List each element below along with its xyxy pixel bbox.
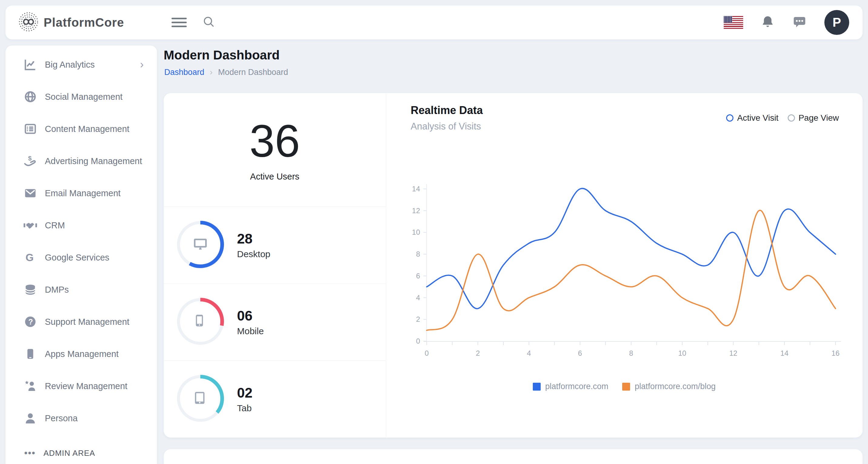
device-stat-tab: 02 Tab: [164, 360, 386, 438]
svg-text:6: 6: [578, 349, 582, 357]
chart-legend: platformcore.com platformcore.com/blog: [386, 382, 863, 391]
sidebar-item-label: Advertising Management: [45, 156, 142, 166]
legend-platformcore-com-blog[interactable]: platformcore.com/blog: [622, 382, 716, 391]
database-icon: [23, 282, 38, 297]
breadcrumb-dashboard-link[interactable]: Dashboard: [164, 68, 204, 77]
desktop-icon: [194, 239, 207, 250]
svg-text:G: G: [26, 252, 34, 263]
sidebar-item-email-management[interactable]: Email Management ›: [5, 177, 157, 209]
sidebar-item-dmps[interactable]: DMPs ›: [5, 273, 157, 306]
sidebar-item-apps-management[interactable]: Apps Management ›: [5, 338, 157, 370]
device-stat-mobile: 06 Mobile: [164, 284, 386, 360]
svg-text:0: 0: [416, 337, 420, 345]
breadcrumb: Dashboard › Modern Dashboard: [164, 67, 288, 77]
svg-text:14: 14: [412, 185, 420, 193]
sidebar-item-google-services[interactable]: G Google Services ›: [5, 241, 157, 273]
sidebar-item-label: CRM: [45, 221, 65, 231]
sidebar-item-big-analytics[interactable]: Big Analytics ›: [5, 49, 157, 81]
legend-swatch-icon: [622, 383, 630, 390]
dashboard-card: 36 Active Users 28 Desktop 06 Mobile: [164, 93, 863, 438]
radio-page-view[interactable]: Page View: [788, 113, 839, 123]
sidebar-item-label: Apps Management: [45, 349, 119, 359]
svg-text:6: 6: [416, 272, 420, 280]
apps-icon: [23, 347, 38, 361]
line-series-platformcore-com: [427, 188, 836, 309]
device-label: Mobile: [237, 326, 264, 336]
sidebar-item-label: Google Services: [45, 253, 110, 263]
svg-text:2: 2: [476, 349, 480, 357]
device-stat-desktop: 28 Desktop: [164, 206, 386, 284]
email-icon: [23, 186, 38, 200]
page-title: Modern Dashboard: [164, 48, 280, 62]
sidebar-item-advertising-management[interactable]: $ Advertising Management ›: [5, 145, 157, 177]
tablet-icon: [195, 392, 204, 404]
sidebar-item-review-management[interactable]: Review Management ›: [5, 370, 157, 402]
active-users-stat: 36 Active Users: [164, 93, 386, 206]
content-icon: [23, 122, 38, 136]
sidebar-item-label: Review Management: [45, 381, 127, 391]
svg-text:2: 2: [416, 315, 420, 323]
chevron-right-icon: ›: [140, 59, 144, 70]
review-icon: [23, 379, 38, 393]
radio-active-visit[interactable]: Active Visit: [726, 113, 778, 123]
us-flag-icon[interactable]: [724, 16, 743, 29]
sidebar-item-label: Content Management: [45, 124, 129, 134]
radio-label: Page View: [799, 113, 839, 123]
legend-platformcore-com[interactable]: platformcore.com: [533, 382, 609, 391]
sidebar-item-label: Social Management: [45, 92, 122, 102]
analytics-icon: [23, 57, 38, 72]
app-root: PlatformCore: [0, 0, 868, 464]
svg-text:10: 10: [412, 228, 420, 236]
sidebar-item-crm[interactable]: CRM ›: [5, 209, 157, 241]
sidebar-item-content-management[interactable]: Content Management ›: [5, 113, 157, 145]
top-right-actions: P: [724, 5, 849, 39]
device-value: 06: [237, 308, 264, 324]
ellipsis-icon: •••: [24, 451, 36, 455]
radio-circle-icon: [788, 114, 795, 122]
support-icon: ?: [23, 315, 38, 329]
breadcrumb-current: Modern Dashboard: [218, 68, 288, 77]
sidebar-section-admin-area: ••• ADMIN AREA: [5, 445, 157, 461]
legend-label: platformcore.com/blog: [634, 382, 716, 391]
logo[interactable]: PlatformCore: [18, 11, 124, 34]
sidebar-item-support-management[interactable]: ? Support Management ›: [5, 306, 157, 338]
radio-circle-icon: [726, 114, 734, 122]
radio-label: Active Visit: [737, 113, 778, 123]
bell-icon[interactable]: [761, 15, 775, 30]
handshake-icon: [23, 218, 38, 233]
device-value: 02: [237, 385, 252, 401]
search-icon[interactable]: [202, 15, 216, 30]
chart-subtitle: Analysis of Visits: [411, 121, 481, 132]
active-users-label: Active Users: [250, 172, 300, 182]
svg-text:0: 0: [425, 349, 429, 357]
globe-icon: [23, 89, 38, 104]
legend-swatch-icon: [533, 383, 541, 390]
chat-icon[interactable]: [792, 14, 807, 30]
sidebar-item-label: DMPs: [45, 285, 69, 295]
line-series-platformcore-com-blog: [427, 210, 836, 330]
sidebar-item-social-management[interactable]: Social Management ›: [5, 81, 157, 113]
next-card-partial: [164, 449, 863, 464]
sidebar-item-persona[interactable]: Persona ›: [5, 402, 157, 434]
mobile-gauge: [173, 294, 227, 350]
breadcrumb-separator-icon: ›: [210, 67, 213, 77]
logo-icon: [18, 11, 39, 34]
mobile-icon: [196, 315, 203, 326]
svg-text:8: 8: [629, 349, 633, 357]
tab-gauge: [173, 371, 227, 427]
sidebar-item-label: Support Management: [45, 317, 129, 327]
device-label: Tab: [237, 403, 252, 413]
chart-series-radios: Active Visit Page View: [726, 113, 839, 123]
svg-text:4: 4: [527, 349, 531, 357]
svg-text:14: 14: [780, 349, 788, 357]
desktop-gauge: [173, 217, 227, 273]
svg-text:16: 16: [831, 349, 839, 357]
svg-text:10: 10: [678, 349, 686, 357]
sidebar-item-label: Big Analytics: [45, 60, 95, 70]
hamburger-menu-icon[interactable]: [172, 16, 187, 30]
active-users-value: 36: [249, 118, 300, 164]
svg-text:?: ?: [28, 318, 33, 326]
google-icon: G: [23, 250, 38, 265]
advertising-icon: $: [23, 154, 38, 168]
avatar[interactable]: P: [824, 10, 849, 35]
